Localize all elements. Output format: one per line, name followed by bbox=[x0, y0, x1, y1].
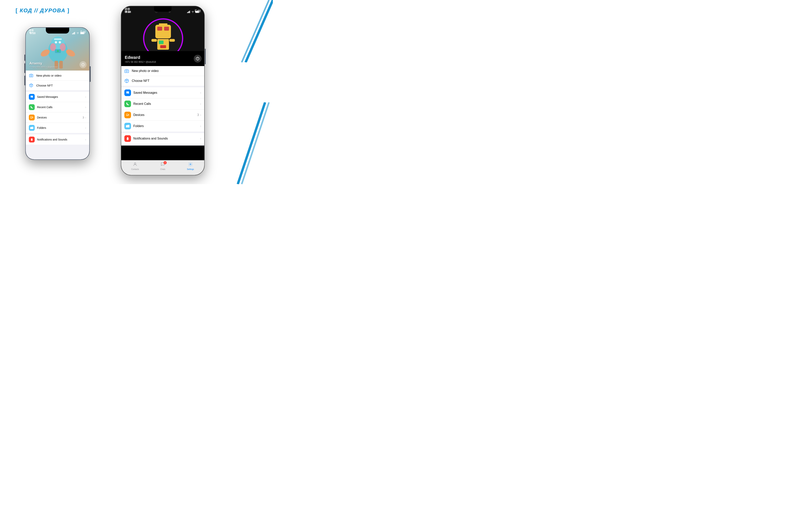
new-photo-action-left[interactable]: New photo or video bbox=[26, 71, 89, 80]
svg-line-0 bbox=[246, 0, 273, 62]
signal-icon bbox=[72, 32, 75, 34]
svg-rect-17 bbox=[54, 38, 62, 40]
choose-nft-label-right: Choose NFT bbox=[132, 79, 150, 83]
svg-rect-55 bbox=[159, 23, 167, 25]
deco-lines-bottom-right bbox=[230, 102, 273, 184]
action-group-left: New photo or video Choose NFT bbox=[26, 71, 89, 90]
folders-item-left[interactable]: Folders › bbox=[26, 123, 89, 133]
saved-messages-icon-left bbox=[29, 94, 35, 100]
notch-right bbox=[154, 6, 171, 12]
profile-info-left: Arseniy +7 921 555 0055 • @gbotston bbox=[29, 61, 78, 68]
settings-tab[interactable]: Settings bbox=[176, 162, 204, 170]
choose-nft-action-right[interactable]: Choose NFT bbox=[121, 76, 204, 86]
screen-right: 9:18 bbox=[121, 6, 204, 175]
recent-calls-item-left[interactable]: Recent Calls › bbox=[26, 102, 89, 112]
profile-details-left: +7 921 555 0055 • @gbotston bbox=[29, 66, 78, 68]
folders-chevron-left: › bbox=[85, 126, 86, 129]
power-btn-right[interactable] bbox=[205, 49, 206, 64]
svg-rect-39 bbox=[187, 12, 188, 13]
status-time-left: 9:18 bbox=[30, 32, 36, 35]
menu-scroll-left: New photo or video Choose NFT bbox=[26, 71, 89, 159]
phone-frame-right: 9:18 bbox=[121, 6, 205, 175]
menu-scroll-right: New photo or video Choose NFT bbox=[121, 66, 204, 146]
phone-frame-left: 9:18 bbox=[25, 27, 90, 160]
notifications-item-right[interactable]: Notifications and Sounds › bbox=[121, 133, 204, 144]
svg-rect-35 bbox=[31, 116, 32, 118]
notifications-label-right: Notifications and Sounds bbox=[133, 137, 200, 140]
svg-rect-5 bbox=[73, 33, 74, 34]
profile-name-right: Edward bbox=[125, 55, 201, 60]
profile-section-right: Edward +971 58 302 9552 • @edu918 bbox=[121, 51, 204, 66]
svg-rect-4 bbox=[72, 34, 73, 34]
camera-icon-left bbox=[29, 73, 34, 78]
folders-label-left: Folders bbox=[37, 126, 85, 129]
screen-left: 9:18 bbox=[26, 28, 89, 159]
chats-label: Chats bbox=[160, 168, 165, 170]
recent-calls-label-left: Recent Calls bbox=[37, 106, 85, 109]
recent-calls-label-right: Recent Calls bbox=[133, 102, 200, 106]
svg-point-19 bbox=[59, 41, 61, 43]
svg-line-1 bbox=[242, 0, 269, 62]
devices-chevron-left: › bbox=[85, 116, 86, 119]
chats-tab[interactable]: 2 Chats bbox=[149, 162, 176, 170]
svg-point-21 bbox=[57, 50, 59, 52]
tab-bar-right: Contacts 2 Chats bbox=[121, 160, 204, 175]
notifications-item-left[interactable]: Notifications and Sounds › bbox=[26, 134, 89, 145]
recent-calls-icon-right bbox=[124, 100, 131, 107]
chats-badge: 2 bbox=[164, 161, 167, 164]
folders-chevron-right: › bbox=[200, 124, 201, 128]
ton-button-left[interactable] bbox=[79, 61, 87, 68]
wifi-icon-right bbox=[191, 11, 194, 13]
power-btn[interactable] bbox=[90, 66, 91, 82]
new-photo-label-left: New photo or video bbox=[36, 74, 61, 77]
devices-label-left: Devices bbox=[37, 116, 83, 119]
svg-rect-53 bbox=[151, 39, 157, 42]
recent-calls-chevron-left: › bbox=[85, 106, 86, 109]
vol-up-btn[interactable] bbox=[24, 63, 25, 73]
svg-line-2 bbox=[238, 102, 265, 184]
devices-item-left[interactable]: Devices 3 › bbox=[26, 112, 89, 123]
notif-group-left: Notifications and Sounds › bbox=[26, 134, 89, 145]
battery-icon-right bbox=[195, 11, 200, 13]
devices-value-right: 3 bbox=[197, 113, 199, 117]
saved-messages-item-left[interactable]: Saved Messages › bbox=[26, 92, 89, 102]
folders-icon-left bbox=[29, 125, 35, 131]
profile-name-left: Arseniy bbox=[29, 61, 78, 65]
svg-rect-54 bbox=[169, 39, 175, 42]
vol-down-btn[interactable] bbox=[24, 76, 25, 86]
ton-button-right[interactable] bbox=[194, 55, 202, 62]
notch-left bbox=[46, 28, 69, 34]
devices-icon-right bbox=[124, 112, 131, 118]
svg-point-72 bbox=[190, 164, 191, 165]
svg-point-38 bbox=[32, 140, 32, 141]
vol-mute-btn[interactable] bbox=[24, 55, 25, 61]
main-menu-group-right: Saved Messages › Recent Calls › bbox=[121, 87, 204, 132]
svg-rect-36 bbox=[32, 117, 33, 118]
svg-rect-47 bbox=[155, 25, 171, 38]
saved-messages-icon-right bbox=[124, 90, 131, 96]
chats-icon: 2 bbox=[161, 162, 165, 168]
new-photo-action-right[interactable]: New photo or video bbox=[121, 66, 204, 76]
devices-value-left: 3 bbox=[83, 116, 84, 119]
devices-item-right[interactable]: Devices 3 › bbox=[121, 110, 204, 121]
notifications-icon-right bbox=[124, 135, 131, 142]
recent-calls-item-right[interactable]: Recent Calls › bbox=[121, 98, 204, 110]
nft-icon-right bbox=[124, 78, 129, 83]
deco-lines-top-right bbox=[230, 0, 273, 62]
svg-point-70 bbox=[127, 140, 128, 140]
svg-rect-48 bbox=[157, 27, 162, 31]
logo: [ КОД // ДУРОВА ] bbox=[16, 7, 70, 14]
saved-messages-chevron-left: › bbox=[85, 95, 86, 98]
wifi-icon bbox=[76, 32, 79, 34]
choose-nft-action-left[interactable]: Choose NFT bbox=[26, 80, 89, 90]
contacts-icon bbox=[133, 162, 137, 168]
svg-rect-44 bbox=[195, 11, 199, 13]
contacts-tab[interactable]: Contacts bbox=[121, 162, 149, 170]
svg-point-34 bbox=[31, 75, 32, 76]
svg-rect-6 bbox=[74, 32, 74, 34]
svg-point-71 bbox=[134, 163, 136, 164]
svg-point-18 bbox=[55, 41, 57, 43]
folders-item-right[interactable]: Folders › bbox=[121, 121, 204, 132]
saved-messages-item-right[interactable]: Saved Messages › bbox=[121, 87, 204, 98]
settings-icon bbox=[188, 162, 193, 168]
